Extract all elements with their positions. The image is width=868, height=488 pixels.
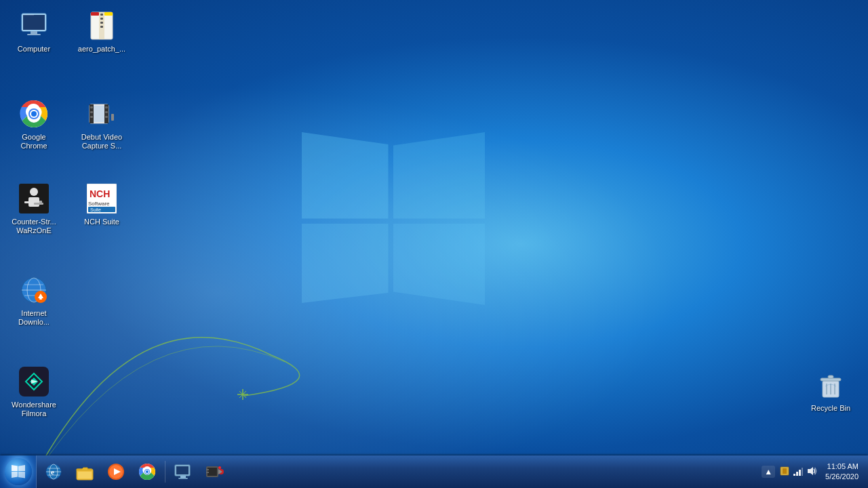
- counter-strike-label: Counter-Str... WaRzOnE: [9, 218, 58, 235]
- computer-icon-image: [18, 9, 50, 42]
- nch-suite-label: NCH Suite: [84, 218, 119, 226]
- svg-point-86: [218, 466, 221, 469]
- start-orb: [5, 458, 32, 485]
- svg-rect-36: [39, 201, 42, 203]
- recycle-bin-label: Recycle Bin: [811, 404, 850, 413]
- taskbar-explorer[interactable]: [70, 457, 100, 487]
- desktop-icon-filmora[interactable]: Wondershare Filmora: [7, 363, 61, 421]
- clock-date: 5/26/2020: [825, 472, 859, 482]
- desktop-icon-recycle-bin[interactable]: Recycle Bin: [804, 366, 858, 415]
- svg-rect-89: [793, 474, 795, 476]
- svg-rect-79: [178, 478, 188, 479]
- system-clock[interactable]: 11:05 AM 5/26/2020: [821, 460, 863, 484]
- recycle-bin-icon-image: [814, 369, 847, 401]
- idm-label: Internet Downlo...: [9, 309, 58, 327]
- svg-rect-5: [23, 15, 45, 30]
- tray-network-icon[interactable]: [793, 466, 804, 479]
- svg-rect-35: [34, 203, 43, 205]
- svg-rect-28: [105, 111, 108, 113]
- chrome-label: Google Chrome: [9, 133, 58, 150]
- svg-marker-93: [808, 467, 813, 475]
- svg-rect-27: [105, 106, 108, 108]
- desktop-icon-aero-patch[interactable]: aero_patch_...: [75, 7, 129, 56]
- taskbar-chrome[interactable]: [132, 457, 162, 487]
- svg-rect-30: [94, 106, 104, 122]
- taskbar-ie[interactable]: e: [39, 457, 68, 487]
- svg-rect-85: [206, 472, 209, 473]
- tray-icons: [779, 466, 817, 479]
- svg-text:e: e: [51, 468, 54, 476]
- desktop: Computer aero_patch_...: [0, 0, 868, 488]
- computer-label: Computer: [18, 45, 50, 54]
- desktop-icon-computer[interactable]: Computer: [7, 7, 61, 56]
- svg-rect-14: [100, 26, 103, 28]
- svg-rect-81: [208, 468, 217, 476]
- idm-icon-image: [18, 274, 50, 306]
- tray-expand-button[interactable]: ▲: [762, 466, 775, 478]
- desktop-icon-chrome[interactable]: Google Chrome: [7, 95, 61, 153]
- svg-rect-6: [31, 31, 37, 34]
- clock-time: 11:05 AM: [825, 462, 859, 472]
- svg-rect-37: [24, 201, 33, 203]
- svg-rect-68: [78, 472, 92, 479]
- svg-point-20: [31, 111, 37, 117]
- svg-rect-90: [796, 472, 798, 476]
- svg-rect-12: [100, 18, 103, 20]
- svg-point-33: [30, 188, 38, 196]
- taskbar-media-player[interactable]: [101, 457, 131, 487]
- desktop-icon-nch-suite[interactable]: NCH Software Suite NCH Suite: [75, 180, 129, 229]
- tray-notification-icon[interactable]: [779, 466, 790, 479]
- filmora-icon-image: [18, 365, 50, 398]
- desktop-icon-counter-strike[interactable]: Counter-Str... WaRzOnE: [7, 180, 61, 238]
- tray-volume-icon[interactable]: [806, 466, 817, 479]
- desktop-icon-idm[interactable]: Internet Downlo...: [7, 271, 61, 329]
- taskbar: e: [0, 455, 868, 488]
- svg-rect-78: [180, 476, 186, 478]
- svg-text:Software: Software: [88, 201, 110, 207]
- svg-text:Suite: Suite: [90, 207, 101, 212]
- svg-rect-15: [91, 12, 99, 16]
- svg-rect-77: [176, 466, 189, 474]
- desktop-icons-area: Computer aero_patch_...: [0, 0, 868, 455]
- svg-rect-92: [802, 468, 803, 476]
- taskbar-separator-1: [165, 461, 165, 483]
- debut-video-label: Debut Video Capture S...: [77, 133, 126, 150]
- svg-rect-50: [39, 298, 42, 300]
- system-tray: ▲: [756, 455, 868, 488]
- aero-patch-label: aero_patch_...: [78, 45, 125, 54]
- svg-rect-24: [90, 106, 93, 108]
- filmora-label: Wondershare Filmora: [9, 401, 58, 418]
- svg-rect-29: [105, 116, 108, 118]
- taskbar-file-manager[interactable]: [168, 457, 198, 487]
- start-button[interactable]: [0, 455, 37, 488]
- svg-text:NCH: NCH: [90, 188, 110, 199]
- svg-rect-60: [828, 375, 833, 378]
- svg-rect-25: [90, 111, 93, 113]
- taskbar-video-capture[interactable]: [199, 457, 229, 487]
- debut-video-icon-image: [85, 98, 118, 130]
- counter-strike-icon-image: [18, 182, 50, 215]
- svg-rect-88: [783, 468, 787, 474]
- desktop-icon-debut-video[interactable]: Debut Video Capture S...: [75, 95, 129, 153]
- svg-rect-26: [90, 116, 93, 118]
- taskbar-items: e: [37, 455, 756, 488]
- chrome-icon-image: [18, 98, 50, 130]
- svg-rect-11: [100, 14, 103, 16]
- svg-rect-13: [100, 22, 103, 24]
- svg-point-75: [146, 470, 149, 473]
- svg-rect-59: [821, 378, 841, 381]
- svg-rect-91: [799, 470, 801, 476]
- svg-rect-16: [104, 12, 113, 16]
- svg-rect-7: [27, 34, 41, 35]
- svg-rect-31: [111, 114, 114, 121]
- aero-patch-icon-image: [85, 9, 118, 42]
- nch-suite-icon-image: NCH Software Suite: [85, 182, 118, 215]
- svg-rect-84: [206, 469, 209, 470]
